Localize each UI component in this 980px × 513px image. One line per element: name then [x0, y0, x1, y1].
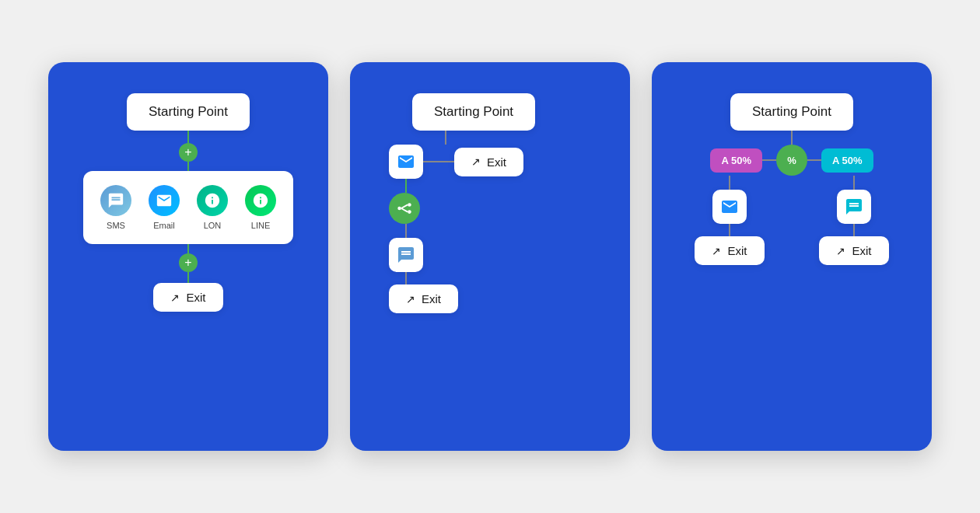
- plus-circle-1[interactable]: +: [179, 143, 198, 162]
- email-icon: [149, 185, 180, 216]
- exit-icon-2b: ↗: [406, 293, 415, 305]
- card-3: Starting Point A 50% % A 50%: [652, 62, 932, 451]
- card3-ab-row: A 50% % A 50%: [710, 145, 873, 176]
- exit-label-2a: Exit: [487, 155, 506, 169]
- plus-circle-1b[interactable]: +: [179, 253, 198, 272]
- exit-icon-3l: ↗: [712, 245, 721, 257]
- channel-line: LINE: [245, 185, 276, 230]
- conn3-h-left: [762, 159, 776, 161]
- email-label: Email: [153, 221, 175, 230]
- conn3-left-v2: [729, 224, 730, 236]
- split-node[interactable]: [389, 193, 420, 224]
- conn3-right-v1: [853, 176, 855, 190]
- conn3-left-v1: [729, 176, 730, 190]
- conn2-v1: [445, 131, 446, 145]
- lon-label: LON: [204, 221, 222, 230]
- ab-label-right: A 50%: [821, 148, 873, 173]
- svg-point-2: [408, 210, 411, 214]
- svg-point-1: [408, 203, 411, 207]
- card2-flow: Starting Point ↗ Exit: [366, 93, 614, 313]
- channel-email: Email: [149, 185, 180, 230]
- conn2-v4: [405, 272, 407, 284]
- conn2-v3: [405, 224, 407, 238]
- left-action-node[interactable]: [712, 190, 747, 224]
- ab-label-left: A 50%: [710, 148, 762, 173]
- conn3-right-v2: [853, 224, 855, 236]
- starting-point-3: Starting Point: [730, 93, 853, 131]
- percent-node[interactable]: %: [776, 145, 807, 176]
- exit-node-1: ↗ Exit: [153, 283, 222, 312]
- exit-node-2a: ↗ Exit: [454, 148, 523, 176]
- card1-flow: Starting Point + SMS E: [64, 93, 313, 312]
- right-action-node[interactable]: [837, 190, 871, 224]
- exit-icon-3r: ↗: [836, 245, 845, 257]
- conn3-v1: [791, 131, 793, 145]
- exit-icon-1: ↗: [170, 291, 180, 304]
- conn2-v2: [405, 179, 407, 193]
- exit-icon-2a: ↗: [471, 155, 481, 168]
- sms-action-node[interactable]: [389, 238, 423, 272]
- card-2: Starting Point ↗ Exit: [350, 62, 630, 451]
- connector-v-1d: [187, 272, 189, 283]
- svg-line-3: [401, 204, 408, 208]
- branch-right: ↗ Exit: [819, 176, 888, 265]
- connector-v-1b: [187, 162, 189, 171]
- svg-point-0: [397, 207, 401, 211]
- channel-box: SMS Email LON: [83, 171, 293, 244]
- conn3-h-right: [807, 159, 821, 161]
- exit-label-3r: Exit: [852, 244, 871, 257]
- exit-label-2b: Exit: [422, 292, 441, 305]
- exit-node-3-left: ↗ Exit: [695, 236, 764, 265]
- exit-node-3-right: ↗ Exit: [819, 236, 888, 265]
- conn2-h1: [423, 161, 454, 162]
- connector-v-1c: [187, 244, 189, 253]
- branch-left: ↗ Exit: [695, 176, 764, 265]
- card3-branches: ↗ Exit ↗ Exit: [667, 176, 916, 265]
- exit-node-2b: ↗ Exit: [389, 284, 458, 313]
- cards-container: Starting Point + SMS E: [17, 31, 963, 482]
- exit-label-3l: Exit: [727, 244, 747, 257]
- connector-v-1a: [187, 131, 189, 143]
- card3-flow: Starting Point A 50% % A 50%: [667, 93, 916, 265]
- exit-label-1: Exit: [186, 291, 205, 304]
- card-1: Starting Point + SMS E: [48, 62, 328, 451]
- channel-sms: SMS: [100, 185, 131, 230]
- starting-point-2: Starting Point: [412, 93, 535, 131]
- svg-line-4: [401, 208, 408, 212]
- line-label: LINE: [251, 221, 270, 230]
- email-action-node[interactable]: [389, 145, 423, 179]
- sms-label: SMS: [107, 221, 125, 230]
- line-icon: [245, 185, 276, 216]
- channel-lon: LON: [197, 185, 228, 230]
- lon-icon: [197, 185, 228, 216]
- sms-icon: [100, 185, 131, 216]
- card2-row1: ↗ Exit: [389, 145, 523, 179]
- starting-point-1: Starting Point: [127, 93, 250, 131]
